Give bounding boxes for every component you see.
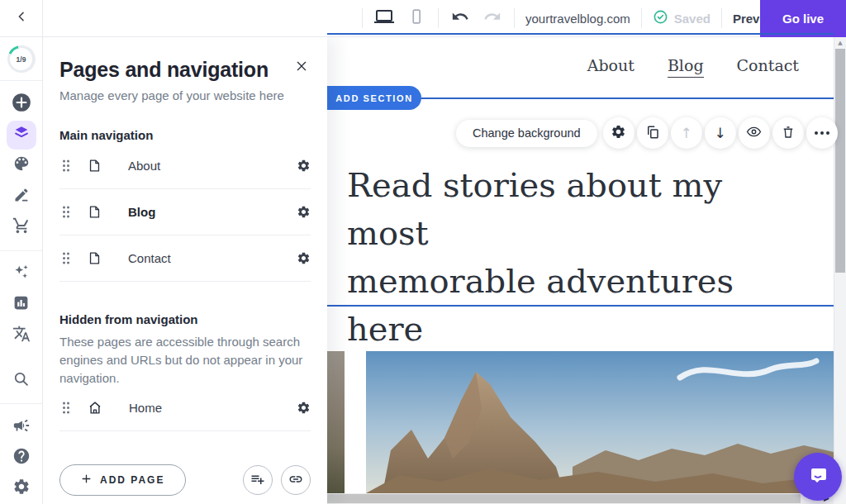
sidebar-item-ai-tools[interactable] xyxy=(5,259,38,289)
move-section-down-button[interactable]: ↓ xyxy=(705,117,736,149)
page-row-contact[interactable]: Contact xyxy=(59,235,311,282)
sidebar-item-languages[interactable] xyxy=(5,320,38,350)
sidebar-item-add-elements[interactable] xyxy=(5,88,38,119)
sidebar-item-marketing[interactable] xyxy=(5,411,38,442)
arrow-down-icon: ↓ xyxy=(714,126,725,140)
saved-status-label: Saved xyxy=(674,12,711,26)
undo-button[interactable] xyxy=(449,7,471,29)
sidebar-item-help[interactable] xyxy=(5,442,38,473)
sidebar-item-styles[interactable] xyxy=(5,150,38,181)
chat-widget-button[interactable] xyxy=(794,453,842,501)
gear-icon xyxy=(12,478,31,499)
cart-icon xyxy=(12,216,31,238)
scroll-up-arrow-icon[interactable]: ▲ xyxy=(834,40,846,46)
chevron-left-icon xyxy=(15,10,28,26)
page-settings-button[interactable] xyxy=(297,251,311,265)
arrow-up-icon: ↑ xyxy=(680,126,692,140)
sparkles-icon xyxy=(12,263,31,284)
setup-progress-label: 1/9 xyxy=(17,55,26,64)
drag-handle-icon[interactable] xyxy=(61,251,71,265)
gallery-image-partial[interactable] xyxy=(327,351,345,493)
translate-icon xyxy=(12,325,31,346)
drag-handle-icon[interactable] xyxy=(61,159,71,173)
section-toolbar: Change background ↑ ↓ xyxy=(456,117,838,149)
drag-handle-icon[interactable] xyxy=(61,205,71,219)
page-row-blog[interactable]: Blog xyxy=(59,189,311,235)
site-nav-contact[interactable]: Contact xyxy=(737,56,799,78)
link-icon xyxy=(288,472,303,489)
hero-heading-line2: memorable adventures here xyxy=(347,257,810,353)
add-section-button[interactable]: ADD SECTION xyxy=(327,86,421,110)
close-panel-button[interactable] xyxy=(291,57,312,78)
redo-icon xyxy=(483,7,501,29)
sidebar-item-blog[interactable] xyxy=(5,181,38,212)
more-options-button[interactable] xyxy=(806,117,838,149)
horizontal-scrollbar-thumb[interactable] xyxy=(327,494,801,503)
site-domain-label[interactable]: yourtravelblog.com xyxy=(525,12,630,26)
page-label: Home xyxy=(129,401,162,415)
add-page-label: ADD PAGE xyxy=(100,474,164,486)
page-icon xyxy=(88,204,102,220)
gallery-image-landscape[interactable] xyxy=(366,351,834,493)
duplicate-section-button[interactable] xyxy=(637,117,668,149)
site-nav-blog[interactable]: Blog xyxy=(668,56,704,78)
editor-sidebar: 1/9 xyxy=(0,37,43,504)
section-top-line xyxy=(327,33,834,35)
page-row-about[interactable]: About xyxy=(59,143,311,189)
app-window: About Blog Contact ADD SECTION Change ba… xyxy=(0,0,846,504)
page-icon xyxy=(88,158,102,174)
divider xyxy=(362,8,363,28)
mobile-view-button[interactable] xyxy=(406,7,427,29)
redo-button[interactable] xyxy=(482,7,503,29)
page-row-home[interactable]: Home xyxy=(59,385,311,431)
panel-footer-actions xyxy=(243,465,311,495)
chat-bubble-icon xyxy=(806,464,829,490)
megaphone-icon xyxy=(12,416,31,438)
change-background-button[interactable]: Change background xyxy=(456,120,597,147)
hero-heading-line1: Read stories about my most xyxy=(347,161,810,257)
laptop-icon xyxy=(374,7,394,30)
phone-icon xyxy=(408,8,425,28)
panel-footer: ADD PAGE xyxy=(59,464,311,497)
landscape-photo-illustration xyxy=(366,351,834,493)
hidden-navigation-description: These pages are accessible through searc… xyxy=(59,333,303,387)
move-section-up-button[interactable]: ↑ xyxy=(671,117,702,149)
site-navigation: About Blog Contact xyxy=(587,56,799,78)
add-link-button[interactable] xyxy=(281,465,311,495)
site-nav-about[interactable]: About xyxy=(587,56,634,78)
sidebar-item-pages[interactable] xyxy=(7,121,36,150)
main-navigation-heading: Main navigation xyxy=(59,128,153,142)
desktop-view-button[interactable] xyxy=(373,7,395,29)
more-dots-icon xyxy=(815,131,829,135)
drag-handle-icon[interactable] xyxy=(61,401,71,415)
setup-progress-button[interactable]: 1/9 xyxy=(7,45,36,73)
site-hero-heading[interactable]: Read stories about my most memorable adv… xyxy=(347,161,810,353)
divider xyxy=(0,80,42,81)
panel-title: Pages and navigation xyxy=(59,58,269,82)
vertical-scrollbar[interactable]: ▲ xyxy=(834,37,846,493)
sidebar-item-analytics[interactable] xyxy=(5,289,38,320)
vertical-scrollbar-thumb[interactable] xyxy=(835,49,845,273)
page-settings-button[interactable] xyxy=(297,401,311,415)
hide-section-button[interactable] xyxy=(739,117,770,149)
saved-status: Saved xyxy=(653,9,711,27)
trash-icon xyxy=(781,125,796,142)
hidden-navigation-heading: Hidden from navigation xyxy=(59,312,198,326)
divider xyxy=(641,8,642,28)
gear-icon xyxy=(611,124,626,142)
back-button[interactable] xyxy=(0,0,43,36)
page-label: Contact xyxy=(128,251,171,265)
divider xyxy=(514,8,515,28)
go-live-button[interactable]: Go live xyxy=(760,0,846,37)
sidebar-item-settings[interactable] xyxy=(5,473,38,504)
page-settings-button[interactable] xyxy=(297,205,311,219)
section-settings-button[interactable] xyxy=(603,117,634,149)
horizontal-scrollbar[interactable]: ▶ xyxy=(327,493,834,504)
add-page-button[interactable]: ADD PAGE xyxy=(59,464,186,496)
page-settings-button[interactable] xyxy=(297,159,311,173)
delete-section-button[interactable] xyxy=(772,117,804,149)
main-navigation-list: About Blog Contact xyxy=(59,143,311,282)
sidebar-item-search[interactable] xyxy=(5,365,38,396)
reorder-pages-button[interactable] xyxy=(243,465,273,495)
sidebar-item-store[interactable] xyxy=(5,212,38,242)
